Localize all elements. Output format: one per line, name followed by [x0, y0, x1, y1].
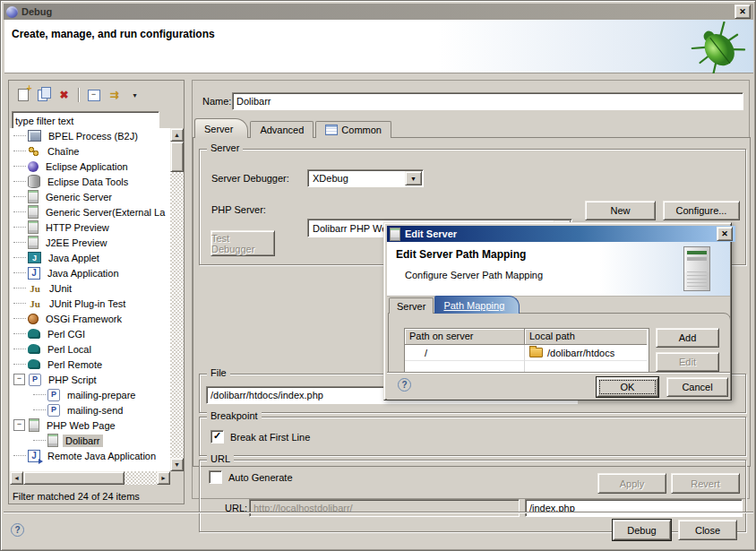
- scrollbar-thumb[interactable]: [170, 142, 184, 172]
- breakpoint-group-label: Breakpoint: [207, 410, 262, 421]
- name-input[interactable]: [232, 92, 743, 110]
- dialog-heading: Edit Server Path Mapping: [396, 248, 526, 261]
- edit-mapping-button[interactable]: Edit: [656, 352, 719, 372]
- tree-item-java-application[interactable]: JJava Application: [10, 265, 170, 280]
- test-debugger-button[interactable]: Test Debugger: [210, 230, 275, 256]
- chevron-down-icon[interactable]: ▼: [405, 171, 422, 185]
- bpel-icon: [28, 130, 41, 142]
- server-icon: [28, 220, 39, 234]
- tree-item-j2ee-preview[interactable]: J2EE Preview: [10, 235, 170, 250]
- tab-server[interactable]: Server: [194, 118, 248, 138]
- window-close-icon[interactable]: ✕: [735, 4, 751, 19]
- close-button[interactable]: Close: [678, 520, 737, 540]
- delete-icon: ✖: [59, 90, 68, 100]
- tree-item-dolibarr[interactable]: Dolibarr: [10, 433, 170, 448]
- tree-item-remote-java-application[interactable]: JRemote Java Application: [10, 448, 170, 463]
- tree-item-junit-plugin-test[interactable]: JuJUnit Plug-in Test: [10, 296, 170, 311]
- tree-item-perl-remote[interactable]: Perl Remote: [10, 357, 170, 372]
- dialog-titlebar[interactable]: Edit Server ✕: [387, 226, 735, 242]
- scroll-right-icon[interactable]: ►: [157, 471, 170, 485]
- tree-item-http-preview[interactable]: HTTP Preview: [10, 220, 170, 235]
- scroll-up-icon[interactable]: ▲: [170, 128, 184, 142]
- server-icon: [28, 236, 39, 249]
- tree-item-perl-cgi[interactable]: Perl CGI: [10, 326, 170, 341]
- filter-launch-button[interactable]: ⇉: [105, 87, 124, 104]
- toolbar-menu-button[interactable]: ▾: [125, 87, 144, 104]
- tree-item-chaine[interactable]: Chaîne: [10, 143, 170, 159]
- tree-item-php-web-page[interactable]: −PHP Web Page: [10, 418, 170, 433]
- window-titlebar[interactable]: Debug ✕: [4, 4, 753, 20]
- tree-item-generic-server[interactable]: Generic Server: [10, 189, 170, 204]
- scrollbar-track[interactable]: [170, 142, 184, 458]
- filter-status-text: Filter matched 24 of 24 items: [13, 491, 140, 502]
- table-row[interactable]: / /dolibarr/htdocs: [405, 345, 649, 360]
- revert-button[interactable]: Revert: [671, 473, 740, 494]
- sphere-icon: [28, 161, 39, 172]
- tree-item-bpel-process[interactable]: BPEL Process (B2J): [10, 128, 170, 143]
- apply-button[interactable]: Apply: [597, 473, 666, 494]
- tree-item-eclipse-application[interactable]: Eclipse Application: [10, 159, 170, 174]
- server-icon: [390, 228, 400, 241]
- path-mapping-panel: Path on server Local path / /dolibarr/ht…: [388, 313, 731, 374]
- tree-item-generic-server-external[interactable]: Generic Server(External La: [10, 204, 170, 220]
- help-icon[interactable]: ?: [11, 523, 24, 537]
- dialog-tabs: Server Path Mapping: [389, 297, 520, 314]
- tree-item-java-applet[interactable]: JJava Applet: [10, 250, 170, 265]
- type-filter-input[interactable]: [12, 111, 159, 130]
- server-group-label: Server: [207, 142, 243, 153]
- php-icon: P: [29, 374, 41, 386]
- chevron-down-icon: ▾: [133, 91, 136, 99]
- server-path-cell: /: [405, 345, 525, 360]
- add-mapping-button[interactable]: Add: [656, 328, 719, 348]
- banner: Create, manage, and run configurations: [4, 20, 753, 73]
- tree-item-junit[interactable]: JuJUnit: [10, 280, 170, 296]
- dialog-tab-path-mapping[interactable]: Path Mapping: [434, 296, 520, 314]
- tree-item-eclipse-data-tools[interactable]: Eclipse Data Tools: [10, 174, 170, 189]
- tree-horizontal-scrollbar[interactable]: ◄ ►: [10, 471, 170, 485]
- server-debugger-select[interactable]: XDebug ▼: [307, 169, 424, 187]
- auto-generate-option[interactable]: Auto Generate: [209, 470, 293, 484]
- cancel-button[interactable]: Cancel: [666, 377, 728, 397]
- dialog-close-icon[interactable]: ✕: [717, 227, 733, 241]
- server-icon: [28, 205, 39, 219]
- collapse-toggle-icon[interactable]: −: [13, 419, 25, 431]
- dialog-subheading: Configure Server Path Mapping: [405, 270, 543, 280]
- tree-item-mailing-send[interactable]: Pmailing-send: [10, 402, 170, 418]
- tree-item-mailing-prepare[interactable]: Pmailing-prepare: [10, 387, 170, 402]
- delete-configuration-button[interactable]: ✖: [55, 87, 73, 104]
- perl-icon: [28, 344, 40, 354]
- new-server-button[interactable]: New: [585, 201, 656, 220]
- column-local-path[interactable]: Local path: [525, 329, 647, 345]
- path-mapping-table: Path on server Local path / /dolibarr/ht…: [404, 328, 649, 374]
- server-icon: [28, 190, 39, 203]
- scroll-down-icon[interactable]: ▼: [170, 458, 184, 471]
- collapse-toggle-icon[interactable]: −: [13, 374, 25, 385]
- java-icon: J: [28, 267, 40, 280]
- scrollbar-thumb[interactable]: [23, 471, 125, 485]
- server-icon: [47, 434, 58, 447]
- configure-server-button[interactable]: Configure...: [663, 201, 740, 220]
- collapse-all-button[interactable]: −: [84, 87, 103, 104]
- collapse-all-icon: −: [88, 90, 100, 101]
- help-icon[interactable]: ?: [398, 378, 411, 392]
- dialog-title: Edit Server: [405, 228, 712, 239]
- tab-advanced[interactable]: Advanced: [250, 121, 314, 138]
- tree-item-php-script[interactable]: −PPHP Script: [10, 372, 170, 387]
- checked-checkbox[interactable]: ✓: [210, 430, 224, 443]
- tab-common[interactable]: Common: [315, 121, 391, 138]
- column-path-on-server[interactable]: Path on server: [405, 329, 525, 345]
- duplicate-configuration-button[interactable]: [34, 87, 53, 104]
- debug-button[interactable]: Debug: [613, 520, 671, 540]
- dialog-tab-server[interactable]: Server: [389, 297, 434, 314]
- tree-item-perl-local[interactable]: Perl Local: [10, 341, 170, 357]
- url-path-input[interactable]: [525, 499, 743, 517]
- unchecked-checkbox[interactable]: [209, 470, 222, 484]
- eclipse-icon: [6, 6, 18, 18]
- tree-item-osgi-framework[interactable]: OSGi Framework: [10, 311, 170, 326]
- tree-vertical-scrollbar[interactable]: ▲ ▼: [170, 128, 184, 471]
- new-configuration-button[interactable]: +: [13, 87, 32, 104]
- scroll-left-icon[interactable]: ◄: [10, 471, 23, 485]
- ok-button[interactable]: OK: [597, 377, 658, 397]
- database-icon: [28, 175, 40, 188]
- break-first-line-option[interactable]: ✓ Break at First Line: [210, 430, 310, 443]
